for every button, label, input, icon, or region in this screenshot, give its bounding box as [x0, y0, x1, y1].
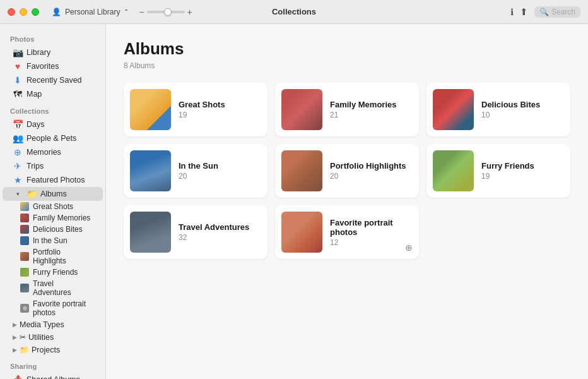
album-thumb-in-sun: [130, 150, 171, 191]
shared-albums-icon: 📤: [13, 375, 23, 379]
sidebar-item-shared-albums[interactable]: 📤 Shared Albums: [3, 373, 103, 379]
album-info-family: Family Memories 21: [330, 100, 413, 119]
sidebar-sub-portfolio[interactable]: Portfolio Highlights: [3, 246, 103, 267]
sidebar-item-map[interactable]: 🗺 Map: [3, 87, 103, 101]
album-info-furry: Furry Friends 19: [481, 161, 564, 181]
library-label: Personal Library: [65, 8, 120, 16]
sidebar-library-label: Library: [26, 48, 50, 57]
album-num-in-sun: 20: [179, 172, 261, 181]
sidebar-sub-travel[interactable]: Travel Adventures: [3, 278, 103, 298]
album-thumb-great-shots: [130, 89, 171, 130]
in-sun-sub-label: In the Sun: [33, 236, 68, 245]
sidebar-sub-in-sun[interactable]: In the Sun: [3, 235, 103, 246]
zoom-minus[interactable]: −: [139, 7, 144, 17]
album-card-great-shots[interactable]: Great Shots 19: [124, 83, 268, 136]
album-card-furry-friends[interactable]: Furry Friends 19: [426, 144, 570, 198]
library-selector[interactable]: 👤 Personal Library ⌃: [52, 8, 129, 16]
fullscreen-button[interactable]: [32, 8, 39, 16]
days-icon: 📅: [13, 119, 23, 129]
search-icon: 🔍: [539, 8, 549, 16]
library-icon: 📷: [13, 47, 23, 57]
sidebar-item-albums[interactable]: ▾ 📁 Albums: [3, 187, 103, 201]
album-badge-portrait: ⊕: [405, 243, 413, 253]
portfolio-sub-icon: [20, 252, 29, 261]
map-icon: 🗺: [13, 89, 23, 99]
album-card-family-memories[interactable]: Family Memories 21: [275, 83, 419, 136]
sidebar-utilities[interactable]: ▶ ✂ Utilities: [3, 331, 103, 344]
traffic-lights: [8, 8, 39, 16]
album-name-travel: Travel Adventures: [179, 222, 261, 232]
albums-icon: 📁: [26, 189, 37, 199]
album-name-family: Family Memories: [330, 100, 413, 109]
titlebar-actions: ℹ ⬆ 🔍 Search: [510, 6, 580, 18]
album-info-travel: Travel Adventures 32: [179, 222, 261, 242]
family-memories-sub-icon: [20, 214, 29, 222]
zoom-thumb[interactable]: [164, 8, 172, 16]
sidebar-projects[interactable]: ▶ 📁 Projects: [3, 344, 103, 356]
library-arrow-icon: ⌃: [124, 8, 129, 15]
album-card-travel[interactable]: Travel Adventures 32: [124, 205, 268, 259]
sidebar-days-label: Days: [26, 120, 44, 129]
page-title: Albums: [124, 39, 570, 59]
album-thumb-family: [281, 89, 322, 130]
zoom-plus[interactable]: +: [187, 7, 192, 17]
person-icon: 👤: [52, 8, 61, 16]
collections-section-label: Collections: [0, 101, 105, 117]
recently-saved-icon: ⬇: [13, 75, 23, 85]
album-info-portrait: Favorite portrait photos 12: [330, 218, 413, 247]
projects-arrow: ▶: [13, 347, 17, 353]
sidebar-trips-label: Trips: [26, 162, 44, 171]
portrait-sub-icon: ⚙: [20, 304, 29, 313]
album-name-furry: Furry Friends: [481, 161, 564, 171]
featured-photos-icon: ★: [13, 175, 23, 185]
sidebar-item-trips[interactable]: ✈ Trips: [3, 159, 103, 173]
search-bar[interactable]: 🔍 Search: [534, 6, 580, 18]
zoom-slider-control[interactable]: − +: [139, 7, 192, 17]
sidebar-item-featured-photos[interactable]: ★ Featured Photos: [3, 173, 103, 187]
media-types-label: Media Types: [20, 320, 64, 329]
sidebar-featured-photos-label: Featured Photos: [26, 176, 85, 184]
sidebar-item-people-pets[interactable]: 👥 People & Pets: [3, 131, 103, 145]
portrait-sub-label: Favorite portrait photos: [33, 299, 93, 317]
people-pets-icon: 👥: [13, 133, 23, 143]
album-card-delicious-bites[interactable]: Delicious Bites 10: [426, 83, 570, 136]
close-button[interactable]: [8, 8, 15, 16]
app-body: Photos 📷 Library ♥ Favorites ⬇ Recently …: [0, 24, 588, 379]
sidebar-map-label: Map: [26, 90, 42, 99]
sidebar-item-memories[interactable]: ⊕ Memories: [3, 145, 103, 159]
sidebar-media-types[interactable]: ▶ Media Types: [3, 318, 103, 331]
sidebar-item-recently-saved[interactable]: ⬇ Recently Saved: [3, 73, 103, 87]
sidebar-sub-great-shots[interactable]: Great Shots: [3, 201, 103, 212]
sidebar-sub-portrait[interactable]: ⚙ Favorite portrait photos: [3, 298, 103, 318]
album-info-in-sun: In the Sun 20: [179, 161, 261, 181]
main-content: Albums 8 Albums Great Shots 19 Family Me…: [106, 24, 588, 379]
album-num-family: 21: [330, 111, 413, 119]
album-num-portfolio: 20: [330, 172, 413, 181]
sidebar-item-library[interactable]: 📷 Library: [3, 45, 103, 59]
search-placeholder: Search: [551, 8, 575, 16]
info-icon[interactable]: ℹ: [510, 7, 514, 17]
photos-section-label: Photos: [0, 29, 105, 45]
furry-sub-label: Furry Friends: [33, 268, 78, 277]
delicious-bites-sub-label: Delicious Bites: [33, 225, 83, 234]
sidebar-item-favorites[interactable]: ♥ Favorites: [3, 59, 103, 73]
album-num-furry: 19: [481, 172, 564, 181]
great-shots-sub-icon: [20, 202, 29, 211]
album-info-great-shots: Great Shots 19: [179, 100, 261, 119]
album-name-portrait: Favorite portrait photos: [330, 218, 413, 237]
minimize-button[interactable]: [20, 8, 27, 16]
titlebar: 👤 Personal Library ⌃ − + Collections ℹ ⬆…: [0, 0, 588, 24]
delicious-bites-sub-icon: [20, 225, 29, 234]
album-card-portrait[interactable]: Favorite portrait photos 12 ⊕: [275, 205, 419, 259]
favorites-icon: ♥: [13, 61, 23, 71]
sidebar-sub-delicious-bites[interactable]: Delicious Bites: [3, 224, 103, 235]
sidebar-sub-family-memories[interactable]: Family Memories: [3, 212, 103, 224]
projects-icon: 📁: [20, 346, 29, 354]
album-card-portfolio[interactable]: Portfolio Highlights 20: [275, 144, 419, 198]
sidebar-sub-furry[interactable]: Furry Friends: [3, 267, 103, 278]
share-icon[interactable]: ⬆: [520, 6, 528, 18]
album-card-in-sun[interactable]: In the Sun 20: [124, 144, 268, 198]
zoom-slider[interactable]: [147, 11, 185, 13]
utilities-label: Utilities: [28, 333, 54, 342]
sidebar-item-days[interactable]: 📅 Days: [3, 117, 103, 131]
